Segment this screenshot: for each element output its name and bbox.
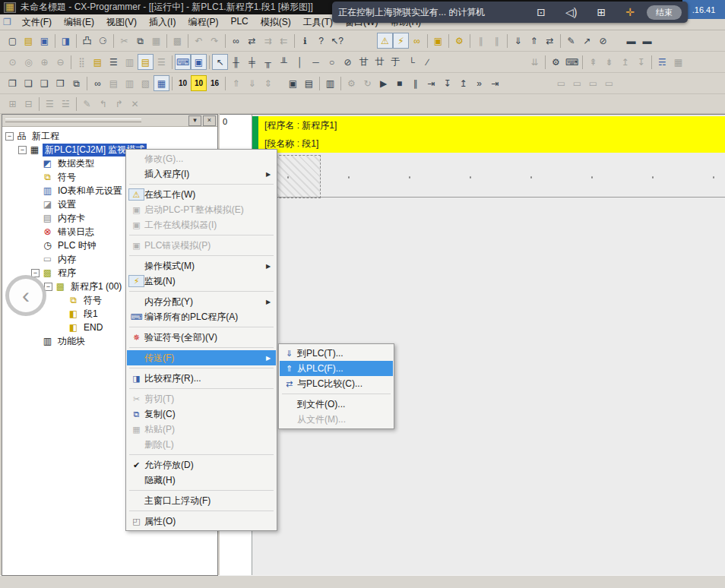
- menu-transfer[interactable]: 传送(F) ▶: [127, 350, 276, 365]
- next-diff-button[interactable]: ↱: [111, 96, 127, 112]
- mark-diff-button[interactable]: ✎: [79, 96, 95, 112]
- data-trace-button[interactable]: ▦: [154, 75, 169, 91]
- simulator-window-button[interactable]: ▤: [301, 75, 317, 91]
- work-online-button[interactable]: ⚠: [377, 33, 393, 49]
- download-to-plc-button[interactable]: ⇓: [510, 33, 526, 49]
- horizontal-line-button[interactable]: ─: [308, 54, 324, 70]
- selected-cell[interactable]: [271, 155, 321, 198]
- sim-run-mode-button[interactable]: ⚙: [344, 75, 359, 91]
- memory-panel-button[interactable]: ▭: [585, 75, 601, 91]
- watch-panel-button[interactable]: ▭: [569, 75, 585, 91]
- menu-plc[interactable]: PLC: [224, 14, 254, 30]
- cross-panel-button[interactable]: ▭: [601, 75, 617, 91]
- menu-simulation[interactable]: 模拟(S): [255, 14, 297, 30]
- new-or-closed-contact-button[interactable]: ╨: [276, 54, 292, 70]
- find-button[interactable]: ∞: [228, 33, 244, 49]
- menu-paste[interactable]: ▦ 粘贴(P): [127, 422, 276, 437]
- bottom-scroll-strip[interactable]: [0, 575, 725, 588]
- menu-operating-mode[interactable]: 操作模式(M) ▶: [127, 258, 276, 273]
- menu-work-online-simulator[interactable]: ▣ 工作在线模拟器(I): [127, 217, 276, 232]
- sim-step-out-button[interactable]: ↥: [455, 75, 471, 91]
- sim-play-button[interactable]: ▶: [375, 75, 391, 91]
- new-contact-button[interactable]: ╫: [228, 54, 244, 70]
- io-comment-view-button[interactable]: ▧: [138, 75, 154, 91]
- fullscreen-icon[interactable]: ⊡: [537, 6, 546, 18]
- io-table-button[interactable]: ▦: [670, 54, 686, 70]
- tree-expander[interactable]: −: [18, 146, 27, 154]
- sim-run-continuous-button[interactable]: »: [471, 75, 487, 91]
- symbol-bar-button[interactable]: ☰: [106, 54, 122, 70]
- upload-from-plc-button[interactable]: ⇑: [526, 33, 542, 49]
- sim-step-in-button[interactable]: ↧: [439, 75, 455, 91]
- find-report-button[interactable]: ⇇: [276, 33, 292, 49]
- section-list-button[interactable]: ☴: [654, 54, 670, 70]
- show-rung-annotations-button[interactable]: ☱: [58, 96, 74, 112]
- remote-back-button[interactable]: ‹: [5, 275, 46, 316]
- compile-button[interactable]: ⚙: [548, 54, 564, 70]
- paste-special-button[interactable]: ▩: [169, 33, 185, 49]
- menu-insert-program[interactable]: 插入程序(I) ▶: [127, 166, 276, 182]
- simulator-connect-button[interactable]: ▥: [322, 75, 338, 91]
- delete-rung-button[interactable]: ↧: [633, 54, 649, 70]
- menu-monitor[interactable]: ⚡ 监视(N): [127, 273, 276, 289]
- delete-vertical-button[interactable]: ∕: [419, 54, 435, 70]
- remote-tools-icon[interactable]: ✛: [625, 6, 635, 18]
- submenu-to-plc[interactable]: ⇓ 到PLC(T)...: [280, 346, 393, 361]
- redo-button[interactable]: ↷: [207, 33, 223, 49]
- menu-edit[interactable]: 编辑(E): [58, 14, 100, 30]
- monitor-button[interactable]: ⚡: [393, 33, 409, 49]
- open-project-button[interactable]: ▤: [21, 33, 36, 49]
- sim-monitor-mode-button[interactable]: ↻: [359, 75, 375, 91]
- window-layout-icon[interactable]: ⊞: [597, 6, 606, 18]
- condensed-view-button[interactable]: ☰: [154, 54, 169, 70]
- save-project-button[interactable]: ▣: [36, 33, 52, 49]
- transfer-program-button[interactable]: ⇊: [527, 54, 543, 70]
- menu-modify[interactable]: 修改(G)...: [127, 151, 276, 166]
- new-closed-contact-button[interactable]: ╪: [244, 54, 260, 70]
- panel-grip[interactable]: [5, 119, 141, 122]
- force-off-button[interactable]: ⇓: [244, 75, 260, 91]
- delete-row-button[interactable]: ⊟: [21, 96, 36, 112]
- symbol-comment-button[interactable]: ⌨: [175, 54, 191, 70]
- pause-button[interactable]: ∥: [473, 33, 489, 49]
- simulator-online-button[interactable]: ▣: [285, 75, 301, 91]
- new-or-contact-button[interactable]: ╥: [260, 54, 276, 70]
- submenu-from-plc[interactable]: ⇑ 从PLC(F)...: [280, 361, 393, 376]
- output-window-button[interactable]: ▬: [639, 33, 655, 49]
- compare-with-plc-button[interactable]: ⇄: [542, 33, 558, 49]
- speaker-icon[interactable]: ◁): [565, 6, 577, 18]
- menu-compare-program[interactable]: ◨ 比较程序(R)...: [127, 371, 276, 386]
- update-rung-button[interactable]: ↥: [617, 54, 633, 70]
- end-session-button[interactable]: 结束: [647, 5, 682, 20]
- help-button[interactable]: ?: [313, 33, 329, 49]
- insert-rung-above-button[interactable]: ⇞: [585, 54, 601, 70]
- signed-decimal-monitor-button[interactable]: 10: [191, 75, 207, 91]
- menu-compile-all-plc-programs[interactable]: ⌨ 编译所有的PLC程序(A): [127, 309, 276, 324]
- undo-button[interactable]: ↶: [191, 33, 207, 49]
- pause-monitor-button[interactable]: ▣: [430, 33, 446, 49]
- online-edit-begin-button[interactable]: ✎: [563, 33, 579, 49]
- menu-cut[interactable]: ✂ 剪切(T): [127, 391, 276, 406]
- new-project-button[interactable]: ▢: [5, 33, 21, 49]
- address-reference-button[interactable]: ▣: [191, 54, 207, 70]
- insert-rung-below-button[interactable]: ⇟: [601, 54, 617, 70]
- clear-diff-button[interactable]: ✕: [127, 96, 143, 112]
- zoom-out-button[interactable]: ⊖: [52, 54, 68, 70]
- rung-wrap-button[interactable]: ▤: [138, 54, 154, 70]
- tile-vertical-button[interactable]: ❑: [36, 75, 52, 91]
- menu-plc-error-simulation[interactable]: ▣ PLC错误模拟(P): [127, 238, 276, 253]
- panel-close-icon[interactable]: ×: [203, 115, 216, 126]
- zoom-tool-button[interactable]: ⊙: [5, 54, 21, 70]
- force-cancel-button[interactable]: ⇕: [260, 75, 276, 91]
- online-edit-cancel-button[interactable]: ⊘: [595, 33, 611, 49]
- zoom-selection-button[interactable]: ◎: [21, 54, 36, 70]
- tree-expander[interactable]: −: [5, 132, 14, 141]
- new-coil-button[interactable]: ○: [324, 54, 340, 70]
- decimal-monitor-button[interactable]: 10: [175, 75, 191, 91]
- vertical-line-button[interactable]: │: [292, 54, 308, 70]
- sim-stop-button[interactable]: ■: [391, 75, 407, 91]
- watch-window-button[interactable]: ▬: [623, 33, 639, 49]
- menu-view[interactable]: 视图(V): [100, 14, 143, 30]
- context-help-button[interactable]: ↖?: [329, 33, 345, 49]
- menu-float-in-main-window[interactable]: 主窗口上浮动(F): [127, 493, 276, 508]
